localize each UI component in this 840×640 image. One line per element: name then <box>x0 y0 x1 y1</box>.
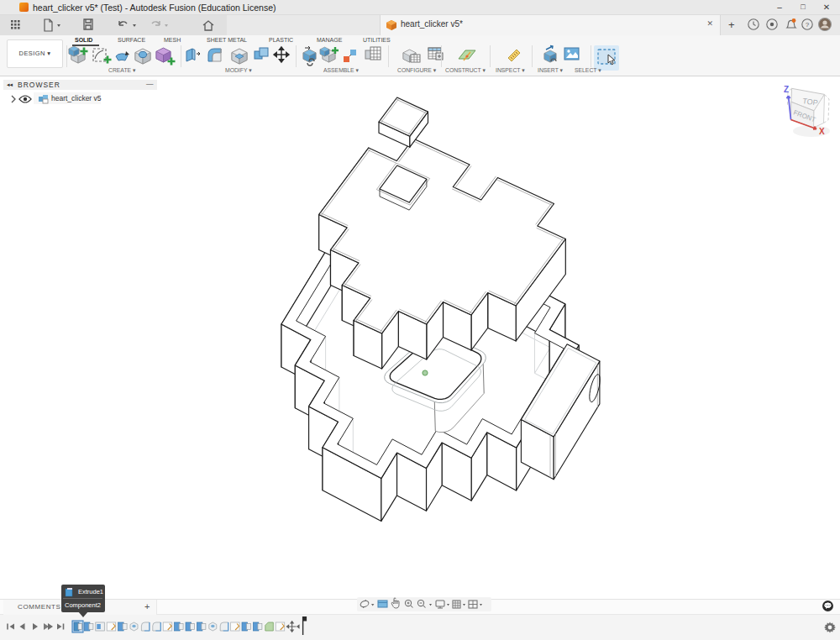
svg-text:X: X <box>819 127 825 136</box>
svg-text:?: ? <box>806 21 810 29</box>
svg-text:Z: Z <box>784 85 789 94</box>
